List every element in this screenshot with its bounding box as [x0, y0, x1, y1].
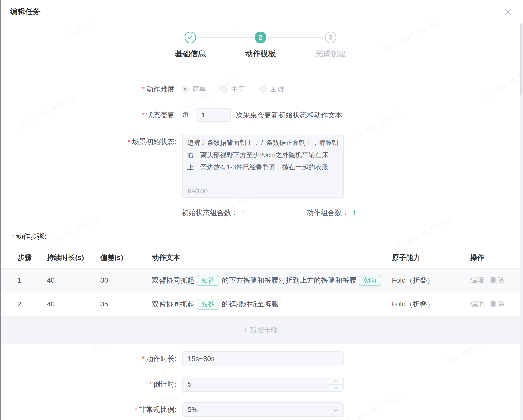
countdown-spinner — [329, 377, 343, 391]
cell-ability: Fold（折叠） — [392, 299, 470, 309]
countdown-label: *倒计时: — [0, 380, 176, 389]
page-edge — [0, 0, 1, 420]
step-number: 3 — [329, 34, 332, 41]
scene-state-label: *场景初始状态: — [0, 134, 176, 147]
table-row: 24035双臂协同抓起短裤的裤腰对折至裤腿Fold（折叠）编辑删除 — [1, 292, 520, 317]
action-combo-label: 动作组合数： — [307, 208, 349, 218]
table-footer: + 新增步骤 — [1, 317, 520, 344]
table-row: 14030双臂协同抓起短裤的下方裤腿和裤腰对折到上方的裤腿和裤腰朝向Fold（折… — [1, 269, 520, 292]
table-body: 14030双臂协同抓起短裤的下方裤腿和裤腰对折到上方的裤腿和裤腰朝向Fold（折… — [1, 269, 520, 317]
delete-button[interactable]: 删除 — [490, 299, 505, 309]
difficulty-radio-group: 简单 中等 困难 — [182, 84, 284, 94]
cell-duration: 40 — [47, 276, 100, 284]
col-ability: 原子能力 — [392, 253, 470, 262]
cell-action-text: 双臂协同抓起短裤的裤腰对折至裤腿 — [152, 296, 392, 312]
action-steps-section-label: * 动作步骤: — [12, 230, 46, 243]
radio-icon — [259, 86, 267, 93]
edit-task-dialog: {{current_time}}{{current_time}}{{curren… — [0, 0, 523, 420]
cell-operations: 编辑删除 — [470, 276, 520, 285]
unusual-ratio-label: *非常规比例: — [0, 405, 176, 414]
edit-button[interactable]: 编辑 — [470, 299, 484, 309]
countdown-input[interactable]: 5 — [182, 377, 344, 392]
difficulty-label: *动作难度: — [0, 84, 176, 94]
action-duration-input[interactable]: 15s~80s — [182, 351, 344, 366]
countdown-number-input: 5 — [182, 377, 344, 392]
increase-button[interactable] — [329, 377, 343, 384]
state-change-input[interactable]: 1 — [196, 108, 231, 122]
form-row-countdown: *倒计时: 5 — [0, 377, 521, 392]
step-connector — [267, 37, 324, 38]
radio-simple[interactable]: 简单 — [182, 84, 206, 94]
radio-icon — [220, 86, 228, 93]
form-row-unusual-ratio: *非常规比例: 5% — [0, 402, 521, 417]
action-text-segment: 的下方裤腿和裤腰对折到上方的裤腿和裤腰 — [222, 276, 356, 285]
state-change-prefix: 每 — [182, 110, 189, 120]
form-row-action-duration: *动作时长: 15s~80s — [0, 351, 521, 366]
scene-initial-state-text: 短裤五条数据背面朝上，五条数据正面朝上，裤腰朝右，离头部视野下方至少20cm之外… — [187, 139, 338, 171]
cell-deviation: 30 — [100, 276, 152, 284]
col-deviation: 偏差(s) — [100, 253, 152, 262]
step-label-basic-info: 基础信息 — [160, 49, 221, 59]
edit-button[interactable]: 编辑 — [470, 276, 484, 285]
scene-initial-state-textarea[interactable]: 短裤五条数据背面朝上，五条数据正面朝上，裤腰朝右，离头部视野下方至少20cm之外… — [182, 134, 344, 198]
action-steps-table: 步骤 持续时长(s) 偏差(s) 动作文本 原子能力 操作 14030双臂协同抓… — [1, 247, 520, 344]
step-3-icon: 3 — [325, 32, 336, 43]
action-duration-label: *动作时长: — [0, 354, 176, 364]
unusual-ratio-value: 5% — [182, 402, 344, 417]
cell-operations: 编辑删除 — [470, 299, 520, 309]
state-change-suffix: 次采集会更新初始状态和动作文本 — [236, 110, 342, 120]
action-text-segment: 双臂协同抓起 — [152, 276, 194, 285]
state-change-label: *状态变更: — [0, 110, 176, 120]
step-connector — [197, 37, 254, 38]
step-label-finish: 完成创建 — [300, 49, 361, 59]
keyword-tag: 短裤 — [197, 275, 219, 286]
chevron-up-icon — [334, 379, 338, 384]
chevron-down-icon — [334, 385, 338, 389]
scrollbar-track[interactable] — [520, 23, 523, 420]
step-2-icon: 2 — [255, 32, 266, 43]
char-counter: 69/100 — [188, 187, 208, 195]
keyword-tag: 朝向 — [359, 275, 381, 286]
delete-button[interactable]: 删除 — [490, 276, 505, 285]
cell-action-text: 双臂协同抓起短裤的下方裤腿和裤腰对折到上方的裤腿和裤腰朝向 — [152, 272, 392, 288]
cell-duration: 40 — [47, 300, 100, 308]
keyword-tag: 短裤 — [197, 299, 219, 310]
step-label-action-template: 动作模板 — [230, 49, 291, 59]
check-icon — [188, 34, 193, 39]
radio-icon — [182, 86, 189, 93]
form-row-scene-state: *场景初始状态: 短裤五条数据背面朝上，五条数据正面朝上，裤腰朝右，离头部视野下… — [0, 134, 521, 198]
cell-step: 1 — [17, 276, 47, 284]
step-number: 2 — [259, 34, 262, 41]
action-combo-value: 1 — [353, 209, 357, 217]
initial-combo-label: 初始状态组合数： — [182, 208, 238, 218]
step-1-icon — [185, 32, 196, 43]
unusual-ratio-select[interactable]: 5% — [182, 402, 344, 417]
dialog-header: 编辑任务 — [1, 0, 523, 23]
add-step-button[interactable]: + 新增步骤 — [244, 325, 278, 335]
radio-hard[interactable]: 困难 — [259, 84, 284, 94]
cell-ability: Fold（折叠） — [392, 276, 470, 285]
form-row-state-change: *状态变更: 每 1 次采集会更新初始状态和动作文本 — [0, 108, 521, 122]
form-row-difficulty: *动作难度: 简单 中等 困难 — [0, 82, 521, 96]
col-step: 步骤 — [17, 253, 47, 262]
scrollbar-thumb[interactable] — [520, 24, 522, 95]
dialog-title: 编辑任务 — [10, 7, 41, 17]
decrease-button[interactable] — [329, 384, 343, 391]
initial-combo-value: 1 — [242, 209, 246, 217]
action-text-segment: 双臂协同抓起 — [152, 299, 194, 309]
close-button[interactable] — [502, 7, 513, 18]
col-duration: 持续时长(s) — [47, 253, 100, 262]
cell-step: 2 — [17, 300, 47, 308]
action-text-segment: 的裤腰对折至裤腿 — [222, 299, 278, 309]
cell-deviation: 35 — [100, 300, 152, 308]
radio-medium[interactable]: 中等 — [220, 84, 245, 94]
col-action-text: 动作文本 — [152, 253, 392, 262]
table-header: 步骤 持续时长(s) 偏差(s) 动作文本 原子能力 操作 — [1, 247, 520, 269]
col-operations: 操作 — [470, 253, 520, 262]
form-row-combos: 初始状态组合数： 1 动作组合数： 1 — [0, 206, 521, 219]
